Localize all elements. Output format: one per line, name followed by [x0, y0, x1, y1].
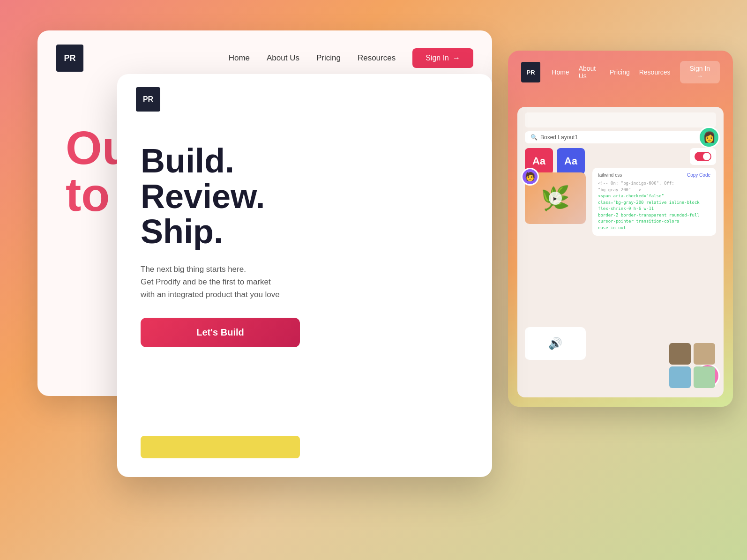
- code-line-6: border-2 border-transparent rounded-full: [598, 212, 710, 219]
- code-line-1: <!-- On: "bg-indigo-600", Off:: [598, 180, 710, 187]
- bg-nav-about[interactable]: About Us: [267, 53, 299, 63]
- toggle-circle: [703, 153, 710, 160]
- mockup-topbar: [525, 112, 716, 127]
- code-line-5: flex-shrink-0 h-6 w-11: [598, 206, 710, 212]
- hero-title: Build. Review. Ship.: [141, 143, 469, 250]
- right-nav-home[interactable]: Home: [552, 68, 569, 76]
- mockup-search-bar[interactable]: 🔍 Boxed Layout1: [525, 131, 716, 143]
- photo-thumb-4: [694, 366, 715, 388]
- play-button[interactable]: ▶: [549, 192, 562, 205]
- front-card: PR Build. Review. Ship. The next big thi…: [117, 74, 492, 477]
- right-logo: PR: [521, 62, 540, 82]
- right-nav-links: Home About Us Pricing Resources Sign In …: [552, 61, 720, 83]
- toggle-switch[interactable]: [695, 152, 711, 161]
- code-line-7: cursor-pointer transition-colors: [598, 218, 710, 225]
- code-panel: tailwind css Copy Code <!-- On: "bg-indi…: [592, 168, 716, 236]
- right-nav-resources[interactable]: Resources: [639, 68, 671, 76]
- photo-thumb-3: [669, 366, 691, 388]
- hero-title-line3: Ship.: [141, 214, 469, 250]
- avatar-green: 👩: [698, 127, 720, 148]
- bg-nav-pricing[interactable]: Pricing: [316, 53, 341, 63]
- code-line-2: "bg-gray-200" -->: [598, 187, 710, 194]
- bg-nav-resources[interactable]: Resources: [358, 53, 396, 63]
- hero-section: Build. Review. Ship. The next big thing …: [117, 125, 492, 357]
- toggle-area[interactable]: [690, 148, 716, 165]
- hero-subtitle: The next big thing starts here.Get Prodi…: [141, 263, 319, 301]
- code-label: tailwind css: [598, 172, 622, 178]
- search-text: Boxed Layout1: [540, 134, 578, 141]
- bg-logo: PR: [56, 45, 83, 72]
- code-line-8: ease-in-out: [598, 225, 710, 231]
- bottom-yellow-button: [141, 436, 300, 458]
- hero-title-line2: Review.: [141, 179, 469, 215]
- photo-grid: [669, 343, 716, 388]
- bg-signin-button[interactable]: Sign In →: [412, 48, 473, 68]
- font-card-blue: Aa: [557, 148, 585, 174]
- avatar-purple: 🧑: [521, 168, 539, 186]
- right-nav-pricing[interactable]: Pricing: [610, 68, 630, 76]
- bg-nav-home[interactable]: Home: [229, 53, 250, 63]
- photo-thumb-2: [694, 343, 715, 365]
- copy-code-button[interactable]: Copy Code: [687, 172, 710, 178]
- code-header: tailwind css Copy Code: [598, 172, 710, 178]
- photo-thumb-1: [669, 343, 691, 365]
- hero-title-line1: Build.: [141, 143, 469, 179]
- code-line-4: class="bg-gray-200 relative inline-block: [598, 200, 710, 206]
- code-line-3: <span aria-checked="false": [598, 193, 710, 200]
- search-icon: 🔍: [530, 134, 538, 141]
- audio-widget[interactable]: 🔊: [525, 327, 586, 360]
- lets-build-button[interactable]: Let's Build: [141, 318, 300, 347]
- right-gradient-card: PR Home About Us Pricing Resources Sign …: [508, 51, 733, 407]
- ui-mockup: 🔍 Boxed Layout1 Aa Aa 🌿 ▶ 🧑 👩 👩‍🦱 🔊: [517, 107, 724, 397]
- audio-icon: 🔊: [548, 337, 562, 350]
- front-logo: PR: [136, 87, 160, 112]
- right-signin-button[interactable]: Sign In →: [680, 61, 720, 83]
- bg-nav-links: Home About Us Pricing Resources Sign In …: [229, 48, 473, 68]
- front-navbar: PR: [117, 74, 492, 125]
- right-nav-about[interactable]: About Us: [579, 65, 600, 80]
- right-navbar: PR Home About Us Pricing Resources Sign …: [508, 51, 733, 94]
